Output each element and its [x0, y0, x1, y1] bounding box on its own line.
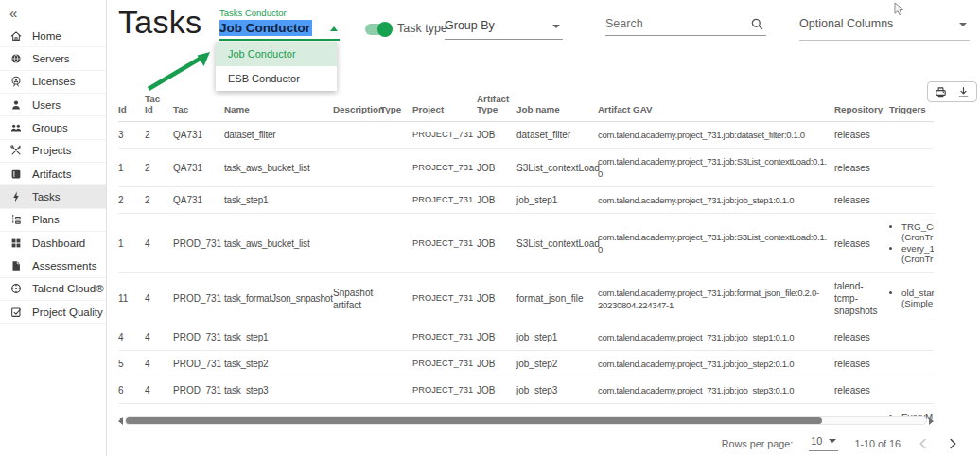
- cell-description: [333, 187, 380, 214]
- sidebar-item-project-quality[interactable]: Project Quality: [0, 301, 106, 324]
- cell-job-name: job_step1: [516, 187, 598, 214]
- rows-per-page-select[interactable]: 10: [809, 435, 838, 451]
- search-input[interactable]: [605, 17, 744, 30]
- horizontal-scrollbar: [118, 415, 934, 426]
- cell-tac: PROD_731: [173, 377, 224, 404]
- cell-tac: QA731: [173, 122, 224, 149]
- trigger-type: (CronTr: [901, 233, 934, 243]
- cell-artifact-type: JOB: [477, 351, 516, 377]
- cell-type: [380, 214, 412, 273]
- sidebar-item-talend-cloud[interactable]: Talend Cloud®: [0, 278, 106, 301]
- cell-description: [333, 351, 380, 377]
- col-header-id[interactable]: Id: [118, 92, 145, 122]
- trigger-name: old_star: [901, 289, 934, 299]
- next-page-button[interactable]: [946, 437, 959, 450]
- cell-repository: releases: [834, 377, 889, 404]
- sidebar-item-users[interactable]: Users: [0, 94, 106, 116]
- sidebar-item-groups[interactable]: Groups: [0, 116, 106, 139]
- trigger-type: (CronTr: [901, 254, 934, 265]
- scrollbar-thumb[interactable]: [126, 417, 822, 424]
- scroll-right-arrow-icon[interactable]: [929, 417, 934, 425]
- col-header-name[interactable]: Name: [224, 92, 333, 122]
- cell-job-name: job_step1: [516, 324, 598, 351]
- scrollbar-track[interactable]: [125, 416, 927, 425]
- cell-repository: releases: [834, 351, 889, 377]
- cell-tac-id: 4: [145, 273, 173, 324]
- table-row[interactable]: 114PROD_731task_formatJson_snpashotSnpas…: [118, 273, 934, 324]
- col-header-tac-id[interactable]: Tac Id: [145, 92, 173, 122]
- green-arrow-annotation: [145, 47, 220, 95]
- col-header-type[interactable]: Type: [380, 92, 412, 122]
- previous-page-button[interactable]: [917, 437, 930, 450]
- caret-down-icon: [829, 439, 836, 443]
- col-header-triggers[interactable]: Triggers: [889, 92, 934, 122]
- task-type-toggle[interactable]: [365, 24, 391, 35]
- search-icon[interactable]: [750, 17, 764, 31]
- pagination-range: 1-10 of 16: [854, 438, 901, 449]
- tasks-conductor-select[interactable]: Tasks Conductor Job Conductor: [219, 8, 340, 41]
- group-by-select[interactable]: Group By: [445, 19, 563, 40]
- col-header-artifact-gav[interactable]: Artifact GAV: [598, 92, 834, 122]
- cell-project: PROJECT_731: [412, 149, 477, 187]
- table-toolbar: [927, 81, 977, 102]
- sidebar-item-home[interactable]: Home: [0, 25, 106, 47]
- optional-columns-select[interactable]: Optional Columns: [799, 17, 970, 41]
- cell-job-name: format_json_file: [516, 273, 598, 324]
- table-row[interactable]: 64PROD_731task_step3PROJECT_731JOBjob_st…: [118, 377, 934, 404]
- cell-name: task_step1: [224, 324, 333, 351]
- print-export-icon[interactable]: [934, 85, 948, 99]
- col-header-job-name[interactable]: Job name: [516, 92, 598, 122]
- cell-project: PROJECT_731: [412, 377, 477, 404]
- sidebar-item-servers[interactable]: Servers: [0, 47, 106, 70]
- cell-tac-id: 4: [145, 351, 173, 377]
- cell-type: [380, 187, 412, 214]
- cell-triggers: [889, 377, 934, 404]
- sidebar-item-tasks[interactable]: Tasks: [0, 185, 106, 208]
- table-row[interactable]: 54PROD_731task_step2PROJECT_731JOBjob_st…: [118, 351, 934, 377]
- table-row[interactable]: 32QA731dataset_filterPROJECT_731JOBdatas…: [118, 122, 934, 149]
- col-header-repository[interactable]: Repository: [834, 92, 889, 122]
- sidebar-item-projects[interactable]: Projects: [0, 140, 106, 163]
- licenses-icon: [9, 75, 23, 89]
- cell-tac-id: 4: [145, 214, 173, 273]
- menu-item-job-conductor[interactable]: Job Conductor: [216, 42, 337, 66]
- cell-job-name: dataset_filter: [516, 122, 598, 149]
- cell-tac-id: 4: [145, 377, 173, 404]
- table-row[interactable]: 12QA731task_aws_bucket_listPROJECT_731JO…: [118, 149, 934, 187]
- task-type-label: Task type: [397, 22, 447, 35]
- table-row[interactable]: 22QA731task_step1PROJECT_731JOBjob_step1…: [118, 187, 934, 214]
- col-header-artifact-type[interactable]: Artifact Type: [477, 92, 516, 122]
- col-header-project[interactable]: Project: [412, 92, 477, 122]
- cell-project: PROJECT_731: [412, 351, 477, 377]
- tasks-conductor-label: Tasks Conductor: [219, 8, 340, 18]
- menu-item-esb-conductor[interactable]: ESB Conductor: [216, 66, 337, 91]
- sidebar-item-artifacts[interactable]: Artifacts: [0, 163, 106, 185]
- sidebar-item-dashboard[interactable]: Dashboard: [0, 232, 106, 254]
- tasks-conductor-value[interactable]: Job Conductor: [219, 21, 340, 41]
- sidebar-item-licenses[interactable]: Licenses: [0, 71, 106, 94]
- cell-description: [333, 324, 380, 351]
- sidebar-collapse-button[interactable]: «: [0, 0, 106, 25]
- table-row[interactable]: 14PROD_731task_aws_bucket_listPROJECT_73…: [118, 214, 934, 273]
- task-table-body: 32QA731dataset_filterPROJECT_731JOBdatas…: [118, 122, 934, 420]
- collapse-double-chevron-icon: «: [9, 5, 17, 21]
- sidebar-item-assessments[interactable]: Assessments: [0, 254, 106, 277]
- scroll-left-arrow-icon[interactable]: [118, 417, 123, 425]
- optional-columns-placeholder: Optional Columns: [799, 17, 893, 30]
- col-header-tac[interactable]: Tac: [173, 92, 224, 122]
- home-icon: [9, 28, 23, 43]
- groups-icon: [9, 121, 23, 135]
- cell-repository: releases: [834, 149, 889, 187]
- col-header-description[interactable]: Description: [333, 92, 380, 122]
- sidebar-item-label: Servers: [32, 53, 70, 64]
- sidebar-item-label: Project Quality: [32, 307, 103, 318]
- caret-down-icon: [959, 23, 967, 26]
- cell-tac: PROD_731: [173, 214, 224, 273]
- page-title: Tasks: [118, 4, 201, 41]
- sidebar-item-plans[interactable]: Plans: [0, 209, 106, 232]
- download-icon[interactable]: [956, 85, 971, 99]
- table-row[interactable]: 44PROD_731task_step1PROJECT_731JOBjob_st…: [118, 324, 934, 351]
- cell-name: task_step3: [224, 377, 333, 404]
- tasks-lightning-icon: [9, 190, 23, 204]
- cell-triggers: [889, 351, 934, 377]
